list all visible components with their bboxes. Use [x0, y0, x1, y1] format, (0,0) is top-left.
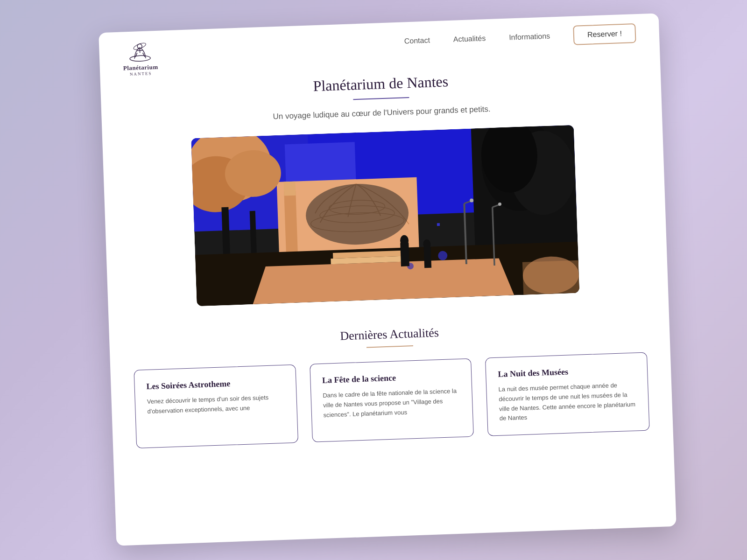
- reserve-button[interactable]: Reserver !: [573, 23, 636, 45]
- svg-point-0: [130, 55, 150, 62]
- svg-rect-43: [522, 260, 579, 295]
- svg-rect-25: [284, 182, 296, 196]
- card-astrotheme-text: Venez découvrir le temps d'un soir des s…: [147, 392, 285, 417]
- logo-name: Planétarium: [123, 63, 158, 72]
- nav-contact[interactable]: Contact: [404, 36, 430, 45]
- card-science-title: La Fête de la science: [322, 371, 460, 385]
- svg-rect-40: [424, 247, 432, 268]
- hero-image: [191, 125, 579, 306]
- logo-icon: [126, 40, 155, 64]
- nav-actualites[interactable]: Actualités: [453, 34, 486, 43]
- card-musees-title: La Nuit des Musées: [498, 365, 635, 379]
- cards-container: Les Soirées Astrotheme Venez découvrir l…: [110, 351, 673, 449]
- logo-subtitle: NANTES: [130, 71, 152, 77]
- hero-section: Planétarium de Nantes Un voyage ludique …: [99, 42, 668, 319]
- svg-rect-38: [400, 243, 409, 266]
- planetarium-svg: [191, 125, 579, 306]
- hero-title-underline: [353, 97, 409, 100]
- card-science: La Fête de la science Dans le cadre de l…: [310, 358, 474, 442]
- hero-subtitle: Un voyage ludique au cœur de l'Univers p…: [125, 99, 639, 126]
- card-science-text: Dans le cadre de la fête nationale de la…: [323, 386, 461, 420]
- logo: Planétarium NANTES: [122, 40, 158, 77]
- nav-informations[interactable]: Informations: [509, 32, 550, 42]
- svg-rect-45: [437, 223, 440, 226]
- section-underline: [366, 345, 413, 348]
- hero-title: Planétarium de Nantes: [124, 66, 638, 101]
- svg-rect-44: [273, 219, 277, 223]
- card-astrotheme-title: Les Soirées Astrotheme: [146, 377, 284, 392]
- card-astrotheme: Les Soirées Astrotheme Venez découvrir l…: [134, 364, 298, 448]
- page-container: Planétarium NANTES Contact Actualités In…: [99, 13, 677, 546]
- card-musees: La Nuit des Musées La nuit des musée per…: [485, 352, 649, 436]
- card-musees-text: La nuit des musée permet chaque année de…: [498, 380, 637, 424]
